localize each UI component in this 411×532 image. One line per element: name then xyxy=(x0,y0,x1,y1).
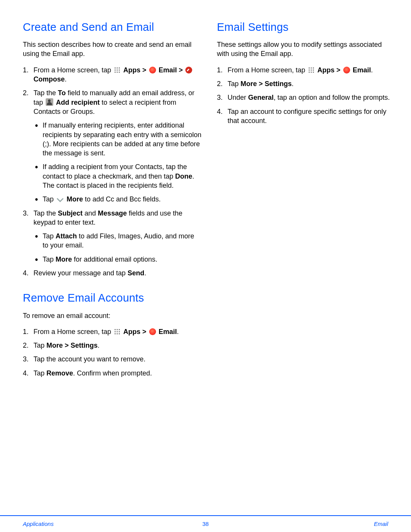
svg-rect-1 xyxy=(117,67,118,69)
remove-step-3: Tap the account you want to remove. xyxy=(23,355,202,364)
sep: > xyxy=(140,66,148,74)
heading-create-send: Create and Send an Email xyxy=(23,20,202,35)
text: Tap xyxy=(33,342,46,349)
footer-right: Email xyxy=(374,520,388,528)
section-create-send: Create and Send an Email This section de… xyxy=(23,20,202,278)
text: . xyxy=(292,80,294,88)
section-email-settings: Email Settings These settings allow you … xyxy=(217,20,396,125)
bullet: If manually entering recipients, enter a… xyxy=(33,121,202,158)
svg-rect-7 xyxy=(117,72,118,73)
text: , tap an option and follow the prompts. xyxy=(274,94,390,101)
create-step-2-bullets: If manually entering recipients, enter a… xyxy=(33,121,202,204)
text: From a Home screen, tap xyxy=(228,66,307,74)
svg-rect-21 xyxy=(309,69,310,70)
bold-message: Message xyxy=(98,209,127,217)
heading-remove: Remove Email Accounts xyxy=(23,291,202,305)
bullet: Tap Attach to add Files, Images, Audio, … xyxy=(33,232,202,250)
left-column: Create and Send an Email This section de… xyxy=(23,20,202,391)
bullet: Tap More for additional email options. xyxy=(33,255,202,264)
bold-compose: Compose xyxy=(33,75,65,83)
svg-rect-8 xyxy=(119,72,120,73)
footer-left: Applications xyxy=(23,520,54,528)
text: Review your message and tap xyxy=(33,269,127,277)
add-recipient-icon xyxy=(46,98,53,106)
bold-general: General xyxy=(248,94,274,101)
create-step-2: Tap the To field to manually add an emai… xyxy=(23,88,202,204)
settings-step-3: Under General, tap an option and follow … xyxy=(217,93,396,102)
chevron-down-icon xyxy=(56,197,64,203)
apps-icon xyxy=(308,67,315,73)
text: Tap the xyxy=(33,209,58,217)
bold-apps: Apps xyxy=(123,66,140,74)
create-steps: From a Home screen, tap Apps > Email > xyxy=(23,66,202,278)
text: . xyxy=(144,269,146,277)
intro-remove: To remove an email account: xyxy=(23,311,202,320)
svg-rect-9 xyxy=(115,329,116,330)
create-step-1: From a Home screen, tap Apps > Email > xyxy=(23,66,202,84)
bold-email: Email xyxy=(159,328,177,335)
sep: > xyxy=(177,66,185,74)
text: Tap xyxy=(43,256,56,263)
text: Tap xyxy=(43,195,56,203)
text: . xyxy=(177,328,179,335)
svg-rect-20 xyxy=(313,67,314,69)
bold-more: More xyxy=(56,256,72,263)
svg-rect-14 xyxy=(119,331,120,332)
sep: > xyxy=(335,66,342,74)
settings-step-1: From a Home screen, tap Apps > Email. xyxy=(217,66,396,75)
text: Tap the xyxy=(33,89,58,97)
svg-rect-18 xyxy=(309,67,310,69)
svg-rect-23 xyxy=(313,69,314,70)
svg-rect-24 xyxy=(309,72,310,73)
svg-rect-0 xyxy=(115,67,116,69)
text: Tap xyxy=(33,369,46,377)
svg-rect-16 xyxy=(117,333,118,334)
create-step-3: Tap the Subject and Message fields and u… xyxy=(23,209,202,264)
bullet: Tap More to add Cc and Bcc fields. xyxy=(33,195,202,204)
svg-rect-4 xyxy=(117,69,118,70)
bold-subject: Subject xyxy=(58,209,83,217)
remove-steps: From a Home screen, tap Apps > Email. xyxy=(23,327,202,378)
bold-done: Done xyxy=(175,173,192,180)
bold-add-recipient: Add recipient xyxy=(56,99,100,106)
text: . xyxy=(65,75,67,83)
create-step-3-bullets: Tap Attach to add Files, Images, Audio, … xyxy=(33,232,202,264)
remove-step-2: Tap More > Settings. xyxy=(23,341,202,350)
text: for additional email options. xyxy=(72,256,157,263)
text: . xyxy=(98,342,100,349)
intro-create-send: This section describes how to create and… xyxy=(23,40,202,59)
svg-rect-10 xyxy=(117,329,118,330)
apps-icon xyxy=(114,328,121,335)
bold-send: Send xyxy=(127,269,144,277)
intro-settings: These settings allow you to modify setti… xyxy=(217,40,396,59)
svg-rect-25 xyxy=(311,72,312,73)
page-footer: Applications 38 Email xyxy=(0,515,411,532)
bold-more-settings: More > Settings xyxy=(46,342,98,349)
page-number: 38 xyxy=(202,520,209,528)
bold-attach: Attach xyxy=(56,232,77,240)
text: If adding a recipient from your Contacts… xyxy=(43,163,187,180)
svg-rect-5 xyxy=(119,69,120,70)
create-step-4: Review your message and tap Send. xyxy=(23,268,202,278)
text: Tap xyxy=(43,232,56,240)
svg-rect-15 xyxy=(115,333,116,334)
settings-step-4: Tap an account to configure specific set… xyxy=(217,107,396,126)
svg-rect-2 xyxy=(119,67,120,69)
heading-settings: Email Settings xyxy=(217,20,396,35)
bold-email: Email xyxy=(159,66,177,74)
page-content: Create and Send an Email This section de… xyxy=(0,0,411,391)
remove-step-4: Tap Remove. Confirm when prompted. xyxy=(23,369,202,378)
section-remove-accounts: Remove Email Accounts To remove an email… xyxy=(23,291,202,378)
svg-rect-6 xyxy=(115,72,116,73)
svg-rect-19 xyxy=(311,67,312,69)
settings-steps: From a Home screen, tap Apps > Email. xyxy=(217,66,396,125)
remove-step-1: From a Home screen, tap Apps > Email. xyxy=(23,327,202,336)
text: . Confirm when prompted. xyxy=(73,369,152,377)
svg-rect-17 xyxy=(119,333,120,334)
bold-apps: Apps xyxy=(123,328,140,335)
bold-apps: Apps xyxy=(317,66,335,74)
bold-more: More xyxy=(67,195,83,203)
bold-remove: Remove xyxy=(46,369,73,377)
text: From a Home screen, tap xyxy=(33,66,113,74)
bold-to: To xyxy=(58,89,66,97)
